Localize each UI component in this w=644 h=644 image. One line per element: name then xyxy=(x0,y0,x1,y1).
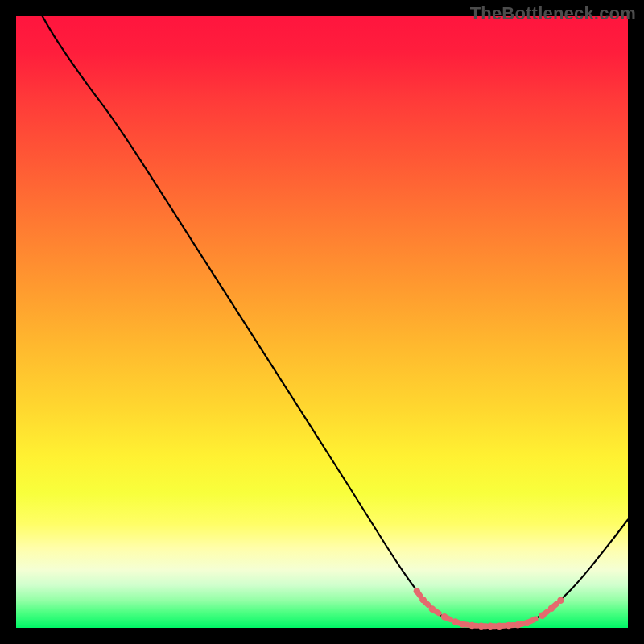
marker-segment xyxy=(551,604,556,608)
marker-dot xyxy=(557,597,564,604)
marker-segment xyxy=(518,624,522,625)
watermark-text: TheBottleneck.com xyxy=(470,3,636,24)
curve-layer xyxy=(43,16,628,626)
chart-svg xyxy=(16,16,628,628)
marker-segment xyxy=(417,591,420,596)
marker-segment xyxy=(423,600,427,605)
marker-segment xyxy=(432,609,439,613)
marker-segment xyxy=(527,619,535,623)
plot-area xyxy=(16,16,628,628)
chart-frame: TheBottleneck.com xyxy=(0,0,644,644)
marker-segment xyxy=(444,617,451,619)
marker-segment xyxy=(543,612,547,616)
marker-layer xyxy=(414,588,564,630)
marker-segment xyxy=(456,621,460,623)
bottleneck-curve xyxy=(43,16,628,626)
marker-segment xyxy=(463,624,468,625)
